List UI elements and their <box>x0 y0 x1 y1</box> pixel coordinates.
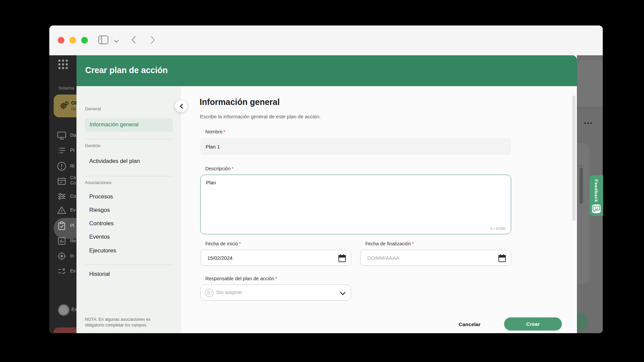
app-card-title: OR <box>71 100 76 106</box>
nav-note: NOTA: En algunas asociaciones es obligat… <box>85 317 162 328</box>
descripcion-field: Plan 5 / 4.000 <box>200 175 511 234</box>
descripcion-textarea[interactable]: Plan <box>201 175 511 225</box>
bar-chart-icon <box>56 236 67 248</box>
sidebar-item-planes[interactable]: Pl <box>49 219 76 234</box>
person-icon <box>205 288 214 299</box>
fecha-inicio-field <box>200 250 351 266</box>
panel-icon <box>56 176 67 188</box>
nav-item-informacion-general[interactable]: Información general <box>85 118 173 132</box>
sidebar-item-dashboard[interactable]: Da <box>49 128 76 143</box>
responsable-select[interactable]: Sin asignar <box>200 285 351 301</box>
calendar-icon[interactable] <box>498 254 506 264</box>
sidebar-app-card[interactable]: OR Ge <box>54 95 76 117</box>
nav-item-eventos[interactable]: Eventos <box>89 234 110 240</box>
sidebar-item-eventos[interactable]: Ev <box>49 203 76 218</box>
sidebar-section-label: Sistema <box>58 85 74 90</box>
background-divider <box>577 107 603 108</box>
required-asterisk: * <box>232 166 234 171</box>
sidebar-item-controles[interactable]: Co <box>49 189 76 204</box>
gear-clock-icon <box>59 101 69 112</box>
apps-grid-icon[interactable] <box>57 59 69 71</box>
chevron-down-icon[interactable] <box>114 38 119 44</box>
required-asterisk: * <box>239 241 241 246</box>
toolbar-divider <box>112 37 112 44</box>
sidebar-toggle-icon[interactable] <box>98 36 108 46</box>
user-label: Ex <box>71 307 76 312</box>
target-icon <box>56 251 67 263</box>
background-card <box>578 60 603 108</box>
sidebar-item-cumplimiento[interactable]: Ca Co <box>49 174 76 189</box>
nombre-label: Nombre* <box>205 129 225 134</box>
calendar-icon[interactable] <box>338 254 346 264</box>
chevron-down-icon <box>340 291 345 297</box>
nav-item-actividades[interactable]: Actividades del plan <box>89 158 140 165</box>
more-options-icon <box>584 122 592 124</box>
checklist-icon <box>56 266 67 278</box>
modal-title: Crear plan de acción <box>85 65 168 75</box>
maximize-window-button[interactable] <box>81 37 88 44</box>
char-counter: 5 / 4.000 <box>490 227 505 231</box>
nav-item-controles[interactable]: Controles <box>89 220 114 227</box>
background-fab <box>577 313 588 331</box>
minimize-window-button[interactable] <box>69 37 76 44</box>
close-window-button[interactable] <box>58 37 64 44</box>
app-window: Sistema OR Ge Da Pr <box>49 25 603 333</box>
clipboard-check-icon <box>56 221 67 233</box>
nav-divider <box>85 264 173 265</box>
alert-circle-icon <box>56 161 67 173</box>
fecha-fin-label: Fecha de finalización* <box>365 241 414 246</box>
background-tab-indicator <box>577 165 583 166</box>
feedback-tab[interactable]: Feedback <box>590 175 603 216</box>
responsable-placeholder: Sin asignar <box>216 289 242 295</box>
sidebar-item-evaluaciones[interactable]: Ev <box>49 264 76 279</box>
sidebar-bottom-action[interactable] <box>54 327 76 333</box>
monitor-icon <box>56 130 67 142</box>
nav-divider <box>85 139 173 139</box>
user-avatar[interactable] <box>58 304 69 316</box>
nav-item-riesgos[interactable]: Riesgos <box>89 207 110 214</box>
background-panel <box>577 143 590 284</box>
modal-header: Crear plan de acción <box>76 55 577 86</box>
sidebar-item-riesgos[interactable]: Ri <box>49 159 76 174</box>
feedback-chat-icon <box>592 204 601 213</box>
list-icon <box>56 145 67 157</box>
modal-scrollbar[interactable] <box>572 96 576 221</box>
nav-section-asociaciones: Asociaciones <box>85 180 112 185</box>
nav-divider <box>85 176 173 176</box>
nav-item-historial[interactable]: Historial <box>89 271 110 278</box>
nav-section-general: General <box>85 106 101 111</box>
fecha-fin-input[interactable] <box>361 250 495 265</box>
descripcion-label: Descripción* <box>205 166 233 171</box>
modal-form: Información general Escribe la informaci… <box>181 86 577 333</box>
responsable-label: Responsable del plan de acción* <box>205 276 277 281</box>
app-card-subtitle: Ge <box>71 107 76 111</box>
sliders-icon <box>56 191 67 203</box>
cancel-button[interactable]: Cancelar <box>449 317 490 330</box>
nav-item-procesos[interactable]: Procesos <box>89 193 113 200</box>
forward-arrow-icon[interactable] <box>150 36 155 46</box>
create-button[interactable]: Crear <box>504 317 562 330</box>
fecha-fin-field <box>360 250 511 266</box>
nav-section-gestion: Gestión <box>85 143 101 148</box>
create-action-plan-modal: Crear plan de acción General Información… <box>76 55 577 333</box>
form-heading: Información general <box>200 97 280 107</box>
fecha-inicio-input[interactable] <box>201 250 335 265</box>
fecha-inicio-label: Fecha de inicio* <box>205 241 241 246</box>
nombre-input[interactable] <box>200 138 511 155</box>
sidebar-item-procesos[interactable]: Pr <box>49 143 76 158</box>
form-subheading: Escribe la información general de este p… <box>200 114 321 119</box>
collapse-nav-button[interactable] <box>175 100 187 112</box>
nav-item-ejecutores[interactable]: Ejecutores <box>89 247 116 254</box>
app-sidebar: Sistema OR Ge Da Pr <box>49 55 76 333</box>
sidebar-item-indicadores[interactable]: In <box>49 249 76 264</box>
back-arrow-icon[interactable] <box>131 36 137 46</box>
required-asterisk: * <box>224 129 226 134</box>
sidebar-item-reportes[interactable]: Re <box>49 234 76 249</box>
required-asterisk: * <box>412 241 414 246</box>
background-scrollbar <box>580 168 583 204</box>
alert-triangle-icon <box>56 205 67 217</box>
window-toolbar <box>49 25 603 56</box>
modal-nav: General Información general Gestión Acti… <box>76 86 181 333</box>
feedback-label: Feedback <box>594 179 599 202</box>
required-asterisk: * <box>275 276 277 281</box>
